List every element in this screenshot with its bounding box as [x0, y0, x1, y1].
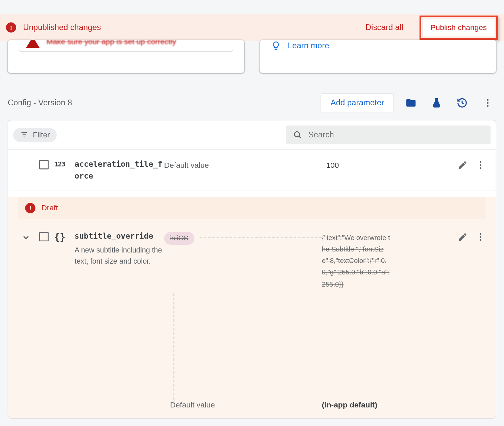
lightbulb-icon — [271, 41, 281, 51]
expand-toggle[interactable] — [18, 230, 33, 242]
unpublished-changes-banner: ! Unpublished changes Discard all Publis… — [0, 14, 504, 41]
search-input[interactable] — [308, 130, 484, 140]
row-more-icon[interactable] — [475, 232, 485, 242]
default-value: (in-app default) — [322, 401, 377, 409]
filter-icon — [20, 131, 28, 139]
connector-vertical — [174, 293, 175, 404]
setup-card: Make sure your app is set up correctly — [8, 40, 244, 73]
alert-icon: ! — [25, 203, 35, 213]
parameter-row[interactable]: 123 acceleration_tile_force Default valu… — [8, 150, 496, 191]
filter-chip[interactable]: Filter — [13, 128, 57, 142]
condition-chip[interactable]: is iOS — [164, 232, 194, 245]
folder-icon[interactable] — [402, 95, 419, 111]
more-menu-icon[interactable] — [479, 95, 496, 111]
default-value-label: Default value — [170, 401, 215, 409]
draft-banner: ! Draft — [18, 197, 485, 219]
search-icon — [293, 130, 302, 140]
edit-icon[interactable] — [457, 232, 468, 242]
svg-point-10 — [480, 167, 481, 169]
publish-changes-button[interactable]: Publish changes — [423, 19, 495, 36]
svg-point-12 — [480, 236, 481, 238]
svg-point-1 — [487, 102, 488, 104]
draft-label: Draft — [41, 204, 58, 213]
filter-chip-label: Filter — [33, 130, 50, 139]
param-value: 100 — [254, 158, 439, 170]
chevron-down-icon — [21, 233, 31, 242]
add-parameter-button[interactable]: Add parameter — [321, 94, 394, 112]
row-more-icon[interactable] — [475, 160, 485, 170]
learn-more-link[interactable]: Learn more — [288, 41, 329, 51]
param-description: A new subtitle including the text, font … — [75, 245, 164, 267]
learn-card: Learn more — [260, 40, 496, 73]
setup-warning-row[interactable]: Make sure your app is set up correctly — [19, 40, 233, 52]
parameter-row-draft[interactable]: {} subtitle_override A new subtitle incl… — [8, 219, 496, 418]
param-value-label: Default value — [164, 158, 254, 170]
setup-warning-text: Make sure your app is set up correctly — [47, 40, 176, 46]
connector-line — [199, 237, 322, 238]
search-box[interactable] — [286, 126, 491, 144]
warning-triangle-icon — [26, 40, 40, 48]
discard-all-button[interactable]: Discard all — [359, 19, 409, 35]
alert-icon: ! — [6, 22, 16, 32]
parameters-panel: Filter 123 acceleration_tile_force Defau… — [8, 120, 496, 418]
svg-line-7 — [299, 136, 301, 138]
type-number-icon: 123 — [54, 158, 75, 168]
edit-icon[interactable] — [457, 160, 468, 170]
banner-title: Unpublished changes — [23, 23, 353, 32]
svg-point-11 — [480, 233, 481, 235]
publish-highlight: Publish changes — [420, 15, 498, 39]
svg-point-0 — [487, 99, 488, 101]
svg-point-9 — [480, 164, 481, 166]
type-json-icon: {} — [54, 230, 75, 243]
svg-point-8 — [480, 161, 481, 163]
config-version-title: Config - Version 8 — [8, 98, 312, 108]
history-icon[interactable] — [454, 95, 471, 111]
struck-value: {"text":"We overwrote the Subtitle.","fo… — [322, 232, 390, 290]
experiment-flask-icon[interactable] — [428, 95, 445, 111]
svg-point-6 — [295, 132, 300, 137]
param-name: acceleration_tile_force — [75, 158, 164, 182]
param-name: subtitle_override — [75, 230, 164, 242]
row-checkbox[interactable] — [34, 230, 54, 241]
svg-point-2 — [487, 105, 488, 107]
svg-point-13 — [480, 239, 481, 241]
row-checkbox[interactable] — [34, 158, 54, 169]
